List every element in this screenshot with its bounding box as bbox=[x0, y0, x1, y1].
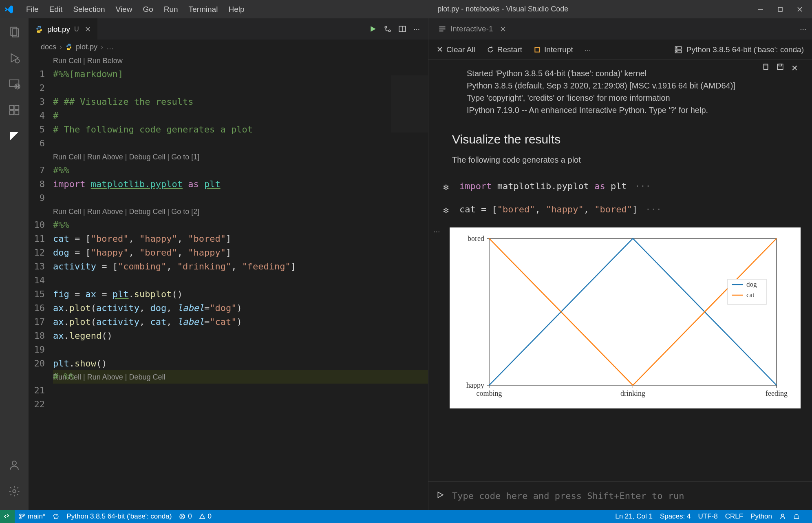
svg-rect-28 bbox=[439, 31, 444, 32]
svg-text:combing: combing bbox=[477, 389, 502, 397]
run-python-icon[interactable] bbox=[369, 24, 377, 33]
eol[interactable]: CRLF bbox=[725, 512, 743, 521]
svg-rect-14 bbox=[15, 110, 19, 115]
interrupt-button[interactable]: Interrupt bbox=[534, 45, 573, 54]
menu-run[interactable]: Run bbox=[159, 3, 183, 15]
menu-view[interactable]: View bbox=[111, 3, 137, 15]
cursor-position[interactable]: Ln 21, Col 1 bbox=[615, 512, 653, 521]
codelens-cell-1[interactable]: Run Cell | Run Below bbox=[53, 57, 123, 65]
menu-edit[interactable]: Edit bbox=[44, 3, 68, 15]
run-debug-icon[interactable] bbox=[7, 51, 22, 65]
code-text: #%% bbox=[53, 165, 69, 175]
git-branch[interactable]: main* bbox=[19, 512, 45, 521]
indentation[interactable]: Spaces: 4 bbox=[660, 512, 691, 521]
plot-output: ··· combingdrinkingfeedingboredhappydogc… bbox=[450, 227, 801, 408]
menu-file[interactable]: File bbox=[21, 3, 44, 15]
extensions-icon[interactable] bbox=[7, 103, 22, 117]
notifications-icon[interactable] bbox=[793, 513, 800, 520]
svg-rect-8 bbox=[10, 80, 19, 86]
svg-point-7 bbox=[15, 59, 20, 63]
svg-text:drinking: drinking bbox=[620, 389, 645, 397]
split-editor-icon[interactable] bbox=[399, 24, 406, 33]
interactive-input-row bbox=[428, 481, 812, 510]
code-text: import bbox=[53, 179, 85, 189]
close-icon[interactable]: ✕ bbox=[791, 63, 798, 73]
close-button[interactable] bbox=[796, 5, 804, 13]
interactive-toolbar: ✕Clear All Restart Interrupt ··· Python … bbox=[428, 40, 812, 60]
save-icon[interactable] bbox=[777, 63, 784, 73]
expand-cell-icon[interactable]: ✻ bbox=[440, 181, 452, 192]
svg-point-55 bbox=[20, 517, 21, 519]
svg-text:happy: happy bbox=[466, 381, 484, 389]
jupyter-icon[interactable] bbox=[7, 129, 22, 143]
code-text: # %% bbox=[53, 371, 75, 382]
code-text: # The following code generates a plot bbox=[53, 124, 253, 135]
kernel-selector[interactable]: Python 3.8.5 64-bit ('base': conda) bbox=[674, 45, 804, 54]
encoding[interactable]: UTF-8 bbox=[698, 512, 717, 521]
python-file-icon bbox=[35, 25, 43, 33]
svg-text:bored: bored bbox=[468, 234, 484, 243]
svg-marker-53 bbox=[438, 492, 443, 498]
code-editor[interactable]: 123456 789 1011121314151617181920 2122 R… bbox=[29, 54, 428, 510]
server-icon bbox=[674, 46, 682, 54]
menu-bar: File Edit Selection View Go Run Terminal… bbox=[21, 3, 249, 15]
tab-interactive-1[interactable]: Interactive-1 ✕ bbox=[434, 24, 510, 34]
language-mode[interactable]: Python bbox=[750, 512, 772, 521]
sync-button[interactable] bbox=[53, 513, 59, 520]
maximize-button[interactable] bbox=[776, 5, 784, 13]
code-text: # ## Visualize the results bbox=[53, 97, 193, 107]
python-interpreter[interactable]: Python 3.8.5 64-bit ('base': conda) bbox=[66, 512, 172, 521]
ellipsis-icon[interactable]: ··· bbox=[640, 204, 662, 214]
explorer-icon[interactable] bbox=[7, 24, 22, 39]
markdown-output: Visualize the results The following code… bbox=[440, 132, 801, 165]
svg-marker-6 bbox=[11, 54, 19, 62]
interactive-icon bbox=[438, 25, 446, 33]
md-heading: Visualize the results bbox=[452, 132, 801, 146]
breadcrumb[interactable]: docs › plot.py › … bbox=[29, 40, 428, 54]
remote-indicator[interactable] bbox=[0, 510, 15, 523]
compare-changes-icon[interactable] bbox=[384, 24, 391, 33]
tab-close-icon[interactable]: ✕ bbox=[85, 25, 91, 34]
feedback-icon[interactable] bbox=[779, 513, 786, 520]
window-title: plot.py - notebooks - Visual Studio Code bbox=[249, 5, 757, 13]
menu-help[interactable]: Help bbox=[223, 3, 249, 15]
remote-explorer-icon[interactable] bbox=[7, 77, 22, 91]
more-actions-icon[interactable]: ··· bbox=[585, 45, 591, 54]
code-text: # bbox=[53, 110, 58, 121]
editor-tabbar: plot.py U ✕ ··· bbox=[29, 18, 428, 40]
restart-button[interactable]: Restart bbox=[487, 45, 522, 54]
tab-close-icon[interactable]: ✕ bbox=[500, 24, 506, 34]
status-bar: main* Python 3.8.5 64-bit ('base': conda… bbox=[0, 510, 812, 523]
clear-all-button[interactable]: ✕Clear All bbox=[437, 45, 475, 54]
ellipsis-icon[interactable]: ··· bbox=[629, 181, 651, 191]
menu-go[interactable]: Go bbox=[138, 3, 158, 15]
breadcrumb-folder[interactable]: docs bbox=[41, 43, 56, 51]
tab-plot-py[interactable]: plot.py U ✕ bbox=[29, 18, 97, 40]
line-number-gutter: 123456 789 1011121314151617181920 2122 bbox=[29, 54, 53, 510]
codelens-cell-2[interactable]: Run Cell | Run Above | Debug Cell | Go t… bbox=[53, 153, 199, 161]
more-actions-icon[interactable]: ··· bbox=[413, 24, 420, 33]
codelens-cell-3[interactable]: Run Cell | Run Above | Debug Cell | Go t… bbox=[53, 205, 428, 218]
breadcrumb-more[interactable]: … bbox=[106, 43, 114, 51]
settings-gear-icon[interactable] bbox=[7, 484, 22, 499]
more-actions-icon[interactable]: ··· bbox=[800, 24, 806, 33]
more-actions-icon[interactable]: ··· bbox=[433, 227, 440, 236]
copy-icon[interactable] bbox=[762, 63, 769, 73]
svg-rect-34 bbox=[764, 65, 768, 70]
svg-text:dog: dog bbox=[746, 280, 757, 288]
svg-rect-37 bbox=[489, 238, 777, 385]
breadcrumb-file[interactable]: plot.py bbox=[76, 43, 97, 51]
menu-selection[interactable]: Selection bbox=[68, 3, 110, 15]
minimap[interactable] bbox=[391, 75, 428, 132]
interactive-input[interactable] bbox=[452, 491, 804, 501]
accounts-icon[interactable] bbox=[7, 458, 22, 472]
expand-cell-icon[interactable]: ✻ bbox=[440, 204, 452, 215]
code-text: matplotlib.pyplot bbox=[91, 179, 183, 189]
kernel-banner: Started 'Python 3.8.5 64-bit ('base': co… bbox=[440, 67, 801, 116]
svg-rect-35 bbox=[777, 64, 783, 70]
problems-indicator[interactable]: 0 0 bbox=[179, 512, 212, 521]
minimize-button[interactable] bbox=[757, 5, 765, 13]
menu-terminal[interactable]: Terminal bbox=[184, 3, 223, 15]
code-text: #%%[markdown] bbox=[53, 69, 123, 79]
run-icon[interactable] bbox=[437, 491, 444, 501]
